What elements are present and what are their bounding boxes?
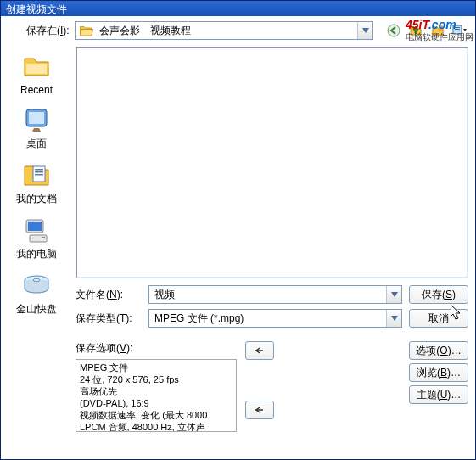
titlebar: 创建视频文件 bbox=[1, 1, 475, 16]
svg-rect-11 bbox=[35, 174, 43, 176]
watermark-subtitle: 电脑软硬件应用网 bbox=[406, 32, 473, 42]
chevron-down-icon[interactable] bbox=[386, 310, 401, 327]
filetype-value: MPEG 文件 (*.mpg) bbox=[149, 311, 386, 326]
filename-label: 文件名(N): bbox=[76, 288, 142, 302]
form-rows: 文件名(N): 视频 保存(S) 保存类型(T): MPEG 文 bbox=[76, 285, 468, 432]
save-options-info: MPEG 文件 24 位, 720 x 576, 25 fps 高场优先 (DV… bbox=[76, 359, 237, 432]
top-row: 保存在(I): 会声会影 视频教程 bbox=[1, 16, 475, 45]
svg-rect-10 bbox=[35, 171, 43, 173]
chevron-down-icon[interactable] bbox=[386, 286, 401, 303]
svg-rect-15 bbox=[42, 237, 45, 238]
my-documents-icon bbox=[21, 160, 52, 190]
desktop-icon bbox=[21, 104, 52, 135]
place-label: 桌面 bbox=[26, 137, 47, 151]
place-desktop[interactable]: 桌面 bbox=[21, 104, 52, 151]
place-mydocs[interactable]: 我的文档 bbox=[16, 160, 57, 206]
saveoptions-label: 保存选项(V): bbox=[76, 341, 237, 356]
recent-folder-icon bbox=[21, 52, 52, 82]
back-icon[interactable] bbox=[385, 22, 402, 39]
dialog-body: Recent 桌面 我的文档 我的电脑 金山快盘 bbox=[1, 45, 475, 437]
filetype-label: 保存类型(T): bbox=[76, 311, 142, 326]
svg-rect-7 bbox=[29, 112, 44, 124]
save-in-value: 会声会影 视频教程 bbox=[98, 24, 357, 38]
options-section: 保存选项(V): MPEG 文件 24 位, 720 x 576, 25 fps… bbox=[76, 341, 468, 432]
filename-input[interactable]: 视频 bbox=[148, 285, 402, 304]
svg-rect-13 bbox=[28, 222, 42, 231]
place-label: Recent bbox=[20, 84, 53, 96]
save-dialog: 创建视频文件 45iT.com 电脑软硬件应用网 保存在(I): 会声会影 视频… bbox=[0, 0, 476, 460]
file-list-view[interactable] bbox=[76, 47, 468, 278]
filename-value: 视频 bbox=[149, 288, 386, 302]
places-sidebar: Recent 桌面 我的文档 我的电脑 金山快盘 bbox=[3, 47, 70, 432]
svg-point-0 bbox=[388, 25, 400, 36]
right-buttons: 选项(O)… 浏览(B)… 主题(U)… bbox=[409, 341, 468, 432]
place-label: 金山快盘 bbox=[16, 302, 57, 317]
theme-button[interactable]: 主题(U)… bbox=[409, 385, 468, 404]
save-button[interactable]: 保存(S) bbox=[409, 285, 468, 304]
main-panel: 文件名(N): 视频 保存(S) 保存类型(T): MPEG 文 bbox=[76, 47, 468, 432]
options-button[interactable]: 选项(O)… bbox=[409, 341, 468, 360]
place-mycomputer[interactable]: 我的电脑 bbox=[16, 215, 57, 261]
filetype-select[interactable]: MPEG 文件 (*.mpg) bbox=[148, 309, 402, 328]
svg-rect-9 bbox=[35, 169, 43, 171]
watermark: 45iT.com 电脑软硬件应用网 bbox=[406, 18, 473, 43]
folder-open-icon bbox=[79, 23, 94, 38]
filetype-row: 保存类型(T): MPEG 文件 (*.mpg) 取消 bbox=[76, 309, 468, 328]
chevron-down-icon[interactable] bbox=[357, 22, 372, 39]
collapse-arrow-button[interactable] bbox=[245, 341, 274, 360]
place-kuaipan[interactable]: 金山快盘 bbox=[16, 270, 57, 317]
filename-row: 文件名(N): 视频 保存(S) bbox=[76, 285, 468, 304]
window-title: 创建视频文件 bbox=[6, 3, 67, 15]
place-label: 我的电脑 bbox=[16, 247, 57, 261]
disk-icon bbox=[21, 270, 52, 300]
browse-button[interactable]: 浏览(B)… bbox=[409, 363, 468, 382]
expand-arrow-button[interactable] bbox=[245, 401, 274, 419]
save-in-label: 保存在(I): bbox=[26, 24, 70, 38]
my-computer-icon bbox=[21, 215, 52, 245]
place-label: 我的文档 bbox=[16, 192, 57, 206]
place-recent[interactable]: Recent bbox=[20, 52, 53, 96]
svg-point-17 bbox=[33, 279, 40, 282]
cancel-button[interactable]: 取消 bbox=[409, 309, 468, 328]
watermark-logo: 45iT.com bbox=[406, 18, 456, 31]
save-in-combo[interactable]: 会声会影 视频教程 bbox=[75, 21, 373, 40]
